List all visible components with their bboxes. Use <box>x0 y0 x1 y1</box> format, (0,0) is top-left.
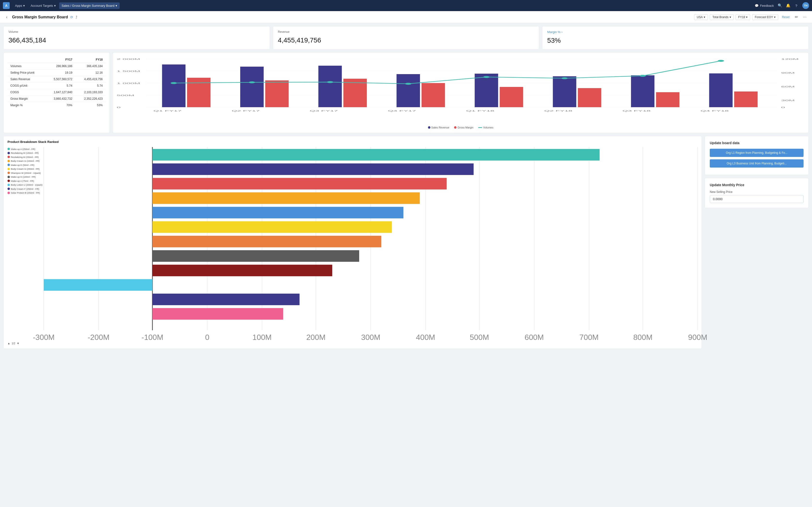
svg-rect-65 <box>152 221 392 233</box>
svg-rect-60 <box>152 149 600 161</box>
legend-volumes: Volumes <box>478 126 493 129</box>
svg-text:400M: 400M <box>416 333 435 342</box>
nav-account-targets[interactable]: Account Targets ▾ <box>28 2 58 9</box>
svg-text:90M: 90M <box>781 72 795 74</box>
table-row: Selling Price p/unit 19.19 12.16 <box>7 69 106 76</box>
svg-rect-22 <box>421 83 445 107</box>
pagination-down-icon[interactable]: ▼ <box>17 342 19 345</box>
table-chart-row: FY17 FY18 Volumes 286,966,186 366,435,18… <box>3 52 809 133</box>
row-fy18: 366,435,184 <box>75 63 106 69</box>
product-name: Make-up A (75ml - FR) <box>11 180 34 182</box>
update-board-card: Update board data Org L1 Region from Pla… <box>705 136 809 175</box>
list-item: Revitalizing M (250ml - FR) <box>7 155 44 159</box>
right-panel: Update board data Org L1 Region from Pla… <box>705 136 809 349</box>
legend-dot-margin <box>454 126 457 129</box>
data-table-card: FY17 FY18 Volumes 286,966,186 366,435,18… <box>3 52 110 133</box>
row-fy18: 5.74 <box>75 82 106 89</box>
table-row: Sales Revenue 5,507,560,572 4,455,419,75… <box>7 76 106 82</box>
filter-usa[interactable]: USA ▾ <box>694 14 708 20</box>
legend-label-margin: Gross Margin <box>457 126 473 129</box>
feedback-button[interactable]: 💬 Feedback <box>755 4 774 7</box>
svg-rect-61 <box>152 163 474 175</box>
product-name: Make-up D (50ml - FR) <box>11 164 34 166</box>
nav-gross-margin[interactable]: Sales / Gross Margin Summary Board ▾ <box>59 2 120 9</box>
svg-text:120M: 120M <box>781 58 799 60</box>
svg-text:1 000M: 1 000M <box>117 82 140 84</box>
list-item: Make-up D (100ml - FR) <box>7 175 44 179</box>
svg-point-32 <box>249 81 255 83</box>
color-dot <box>7 156 10 158</box>
edit-icon[interactable]: ✏ <box>794 14 800 20</box>
refresh-icon[interactable]: ⟳ <box>70 15 73 19</box>
row-label: COGS <box>7 89 45 96</box>
row-fy18: 2,103,193,333 <box>75 89 106 96</box>
product-name: Body Lotion U (200ml - 1/pack) <box>11 183 43 186</box>
row-label: Sales Revenue <box>7 76 45 82</box>
app-logo[interactable]: A <box>3 2 10 9</box>
color-dot <box>7 184 10 186</box>
svg-text:Q3 FY18: Q3 FY18 <box>622 110 650 112</box>
legend-label-sales: Sales Revenue <box>432 126 450 129</box>
product-name: Revitalizing M (150ml - FR) <box>11 152 39 154</box>
svg-point-35 <box>483 76 490 78</box>
chevron-right-icon: › <box>561 30 562 34</box>
list-item: Make-up A (75ml - FR) <box>7 179 44 183</box>
svg-rect-27 <box>631 75 654 107</box>
filter-forecast[interactable]: Forecast EOY ▾ <box>752 14 778 20</box>
svg-text:-200M: -200M <box>88 333 109 342</box>
filter-brands[interactable]: Total Brands ▾ <box>710 14 734 20</box>
product-name: Shampoo W (200ml - 1/pack) <box>11 172 41 174</box>
top-navigation: A Apps ▾ Account Targets ▾ Sales / Gross… <box>0 0 812 11</box>
nav-apps[interactable]: Apps ▾ <box>12 2 27 9</box>
update-btn-1[interactable]: Org L1 Region from Planning, Budgeting &… <box>710 149 804 157</box>
more-icon[interactable]: ⋯ <box>801 14 808 20</box>
svg-point-36 <box>561 77 568 79</box>
list-item: Body Cream G (150ml - FR) <box>7 159 44 163</box>
volume-value: 366,435,184 <box>8 37 265 44</box>
update-board-title: Update board data <box>710 141 804 145</box>
chevron-down-icon: ▾ <box>729 15 731 19</box>
price-input[interactable] <box>710 195 804 203</box>
back-button[interactable]: ‹ <box>4 14 10 20</box>
product-breakdown-card: Product Breakdown Stack Ranked Make-up A… <box>3 136 702 349</box>
svg-rect-67 <box>152 250 359 262</box>
svg-rect-64 <box>152 207 404 219</box>
svg-rect-17 <box>240 67 264 107</box>
svg-text:Q1 FY18: Q1 FY18 <box>466 110 494 112</box>
volume-label: Volume <box>8 30 265 34</box>
margin-link[interactable]: Margin % › <box>547 30 804 34</box>
svg-rect-26 <box>578 88 601 107</box>
svg-text:30M: 30M <box>781 99 795 102</box>
reset-button[interactable]: Reset <box>780 14 792 20</box>
row-fy18: 4,455,419,756 <box>75 76 106 82</box>
update-btn-2[interactable]: Org L3 Business Unit from Planning, Budg… <box>710 159 804 168</box>
nav-right-area: 💬 Feedback 🔍 🔔 ? TH <box>755 2 809 9</box>
product-name: Body Cream G (150ml - FR) <box>11 160 40 162</box>
svg-text:2 000M: 2 000M <box>117 58 140 60</box>
filter-fy18[interactable]: FY18 ▾ <box>735 14 750 20</box>
legend-label-volumes: Volumes <box>483 126 493 129</box>
margin-card: Margin % › 53% <box>542 26 809 50</box>
svg-text:Q4 FY17: Q4 FY17 <box>388 110 416 112</box>
search-icon[interactable]: 🔍 <box>778 3 782 8</box>
product-label-list: Make-up A (250ml - FR) Revitalizing M (1… <box>7 147 44 340</box>
svg-text:Q3 FY17: Q3 FY17 <box>310 110 338 112</box>
color-dot <box>7 172 10 174</box>
sub-header: ‹ Gross Margin Summary Board ⟳ ⤴ USA ▾ T… <box>0 11 812 23</box>
list-item: Shampoo W (200ml - 1/pack) <box>7 171 44 175</box>
share-icon[interactable]: ⤴ <box>75 15 77 19</box>
svg-text:500M: 500M <box>117 94 134 97</box>
svg-text:60M: 60M <box>781 86 795 88</box>
avatar[interactable]: TH <box>802 2 809 9</box>
list-item: Make-up D (50ml - FR) <box>7 163 44 167</box>
pagination-up-icon[interactable]: ▲ <box>7 342 10 345</box>
bell-icon[interactable]: 🔔 <box>786 3 790 8</box>
help-icon[interactable]: ? <box>794 3 799 8</box>
svg-rect-21 <box>397 74 420 107</box>
chevron-down-icon: ▾ <box>704 15 705 19</box>
svg-text:0: 0 <box>117 106 120 109</box>
row-fy18: 2,352,226,423 <box>75 96 106 102</box>
row-label: Margin % <box>7 102 45 109</box>
row-label: COGS p/Unit <box>7 82 45 89</box>
price-field-label: New Selling Price <box>710 190 804 193</box>
